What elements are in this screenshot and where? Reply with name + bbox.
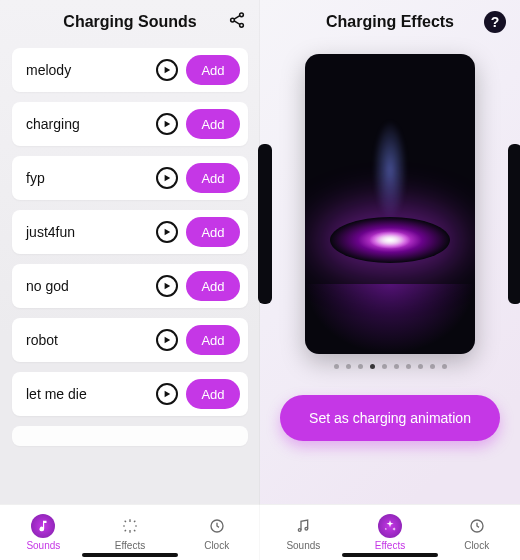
tab-label: Effects — [115, 540, 145, 551]
add-button[interactable]: Add — [186, 325, 240, 355]
sound-name: no god — [26, 278, 156, 294]
play-button[interactable] — [156, 329, 178, 351]
play-button[interactable] — [156, 275, 178, 297]
add-button[interactable]: Add — [186, 163, 240, 193]
svg-point-0 — [240, 13, 244, 17]
page-title: Charging Effects — [326, 13, 454, 31]
play-button[interactable] — [156, 383, 178, 405]
screen-sounds: Charging Sounds melody Add charging Add … — [0, 0, 260, 560]
clock-icon — [465, 514, 489, 538]
sound-item: just4fun Add — [12, 210, 248, 254]
tab-bar: Sounds Effects Clock — [0, 504, 260, 560]
play-button[interactable] — [156, 113, 178, 135]
sound-name: let me die — [26, 386, 156, 402]
svg-point-13 — [299, 529, 302, 532]
add-button[interactable]: Add — [186, 271, 240, 301]
svg-marker-6 — [165, 121, 171, 127]
add-button[interactable]: Add — [186, 109, 240, 139]
tab-label: Sounds — [286, 540, 320, 551]
sparkle-icon — [118, 514, 142, 538]
play-icon — [163, 120, 171, 128]
tab-label: Clock — [464, 540, 489, 551]
sparkle-icon — [378, 514, 402, 538]
help-icon: ? — [491, 14, 500, 30]
sound-item: robot Add — [12, 318, 248, 362]
tab-label: Clock — [204, 540, 229, 551]
play-icon — [163, 228, 171, 236]
tab-clock[interactable]: Clock — [173, 505, 260, 560]
play-icon — [163, 174, 171, 182]
play-icon — [163, 390, 171, 398]
share-icon — [228, 11, 246, 29]
add-button[interactable]: Add — [186, 55, 240, 85]
sound-name: robot — [26, 332, 156, 348]
music-note-icon — [291, 514, 315, 538]
tab-sounds[interactable]: Sounds — [260, 505, 347, 560]
svg-marker-10 — [165, 337, 171, 343]
header: Charging Effects ? — [260, 0, 520, 44]
svg-point-2 — [240, 23, 244, 27]
tab-effects[interactable]: Effects — [347, 505, 434, 560]
clock-icon — [205, 514, 229, 538]
tab-label: Effects — [375, 540, 405, 551]
effect-animation — [305, 54, 475, 354]
svg-marker-9 — [165, 283, 171, 289]
play-button[interactable] — [156, 221, 178, 243]
prev-effect-peek[interactable] — [258, 144, 272, 304]
header: Charging Sounds — [0, 0, 260, 44]
svg-line-4 — [234, 21, 240, 25]
effect-preview: Set as charging animation — [260, 44, 520, 504]
music-note-icon — [31, 514, 55, 538]
sound-item: let me die Add — [12, 372, 248, 416]
svg-point-1 — [231, 18, 235, 22]
page-title: Charging Sounds — [63, 13, 196, 31]
sound-list: melody Add charging Add fyp Add just4fun… — [0, 44, 260, 504]
sound-name: fyp — [26, 170, 156, 186]
svg-marker-11 — [165, 391, 171, 397]
sound-name: charging — [26, 116, 156, 132]
next-effect-peek[interactable] — [508, 144, 520, 304]
play-button[interactable] — [156, 59, 178, 81]
tab-sounds[interactable]: Sounds — [0, 505, 87, 560]
sound-item: fyp Add — [12, 156, 248, 200]
svg-line-3 — [234, 16, 240, 20]
tab-clock[interactable]: Clock — [433, 505, 520, 560]
share-button[interactable] — [228, 11, 246, 33]
svg-marker-5 — [165, 67, 171, 73]
effect-card[interactable] — [305, 54, 475, 354]
tab-label: Sounds — [26, 540, 60, 551]
home-indicator[interactable] — [342, 553, 438, 557]
add-button[interactable]: Add — [186, 379, 240, 409]
play-button[interactable] — [156, 167, 178, 189]
play-icon — [163, 282, 171, 290]
help-button[interactable]: ? — [484, 11, 506, 33]
home-indicator[interactable] — [82, 553, 178, 557]
sound-name: just4fun — [26, 224, 156, 240]
play-icon — [163, 66, 171, 74]
sound-item: melody Add — [12, 48, 248, 92]
tab-bar: Sounds Effects Clock — [260, 504, 520, 560]
sound-name: melody — [26, 62, 156, 78]
svg-marker-8 — [165, 229, 171, 235]
screen-effects: Charging Effects ? — [260, 0, 520, 560]
svg-point-14 — [305, 527, 308, 530]
sound-item: charging Add — [12, 102, 248, 146]
svg-marker-7 — [165, 175, 171, 181]
sound-item: no god Add — [12, 264, 248, 308]
set-animation-button[interactable]: Set as charging animation — [280, 395, 500, 441]
sound-item — [12, 426, 248, 446]
play-icon — [163, 336, 171, 344]
tab-effects[interactable]: Effects — [87, 505, 174, 560]
add-button[interactable]: Add — [186, 217, 240, 247]
